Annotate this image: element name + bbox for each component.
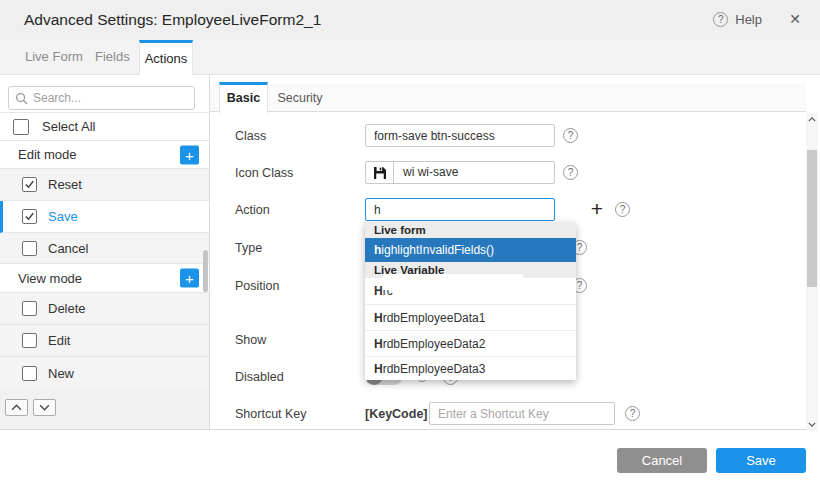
action-label: Action — [235, 198, 270, 222]
action-list: Select All Edit mode Reset Save — [0, 112, 209, 390]
action-row-cancel[interactable]: Cancel — [0, 233, 209, 264]
dropdown-item[interactable]: HrdbEmployeeData3 — [365, 356, 576, 380]
disabled-label: Disabled — [235, 365, 284, 389]
cancel-button[interactable]: Cancel — [617, 448, 707, 473]
position-label: Position — [235, 274, 279, 298]
action-autocomplete-dropdown: Live form highlightInvalidFields() Live … — [365, 222, 576, 380]
action-row-reset[interactable]: Reset — [0, 169, 209, 201]
select-all-row[interactable]: Select All — [0, 113, 209, 141]
footer-divider — [0, 429, 806, 430]
action-row-new[interactable]: New — [0, 357, 209, 390]
help-icon — [713, 12, 728, 27]
move-up-button[interactable] — [5, 399, 28, 416]
show-label: Show — [235, 328, 266, 352]
class-help-icon[interactable] — [563, 128, 578, 143]
help-label: Help — [735, 12, 762, 27]
group-label: Edit mode — [18, 147, 77, 162]
search-icon — [15, 92, 28, 105]
scroll-up-icon[interactable] — [806, 113, 818, 126]
overlapping-field-patch — [383, 274, 523, 290]
help-button[interactable]: Help — [713, 12, 762, 27]
action-row-edit[interactable]: Edit — [0, 325, 209, 357]
icon-class-help-icon[interactable] — [563, 165, 578, 180]
action-row-label: Save — [48, 209, 78, 224]
save-button[interactable]: Save — [716, 448, 806, 473]
action-row-delete[interactable]: Delete — [0, 293, 209, 325]
action-help-icon[interactable] — [615, 202, 630, 217]
reorder-controls — [0, 389, 209, 430]
scroll-down-icon[interactable] — [806, 418, 818, 431]
select-all-label: Select All — [42, 119, 95, 134]
scrollbar-thumb[interactable] — [807, 150, 817, 287]
add-action-icon[interactable] — [588, 197, 606, 221]
actions-sidebar: Select All Edit mode Reset Save — [0, 75, 210, 430]
advanced-settings-dialog: Advanced Settings: EmployeeLiveForm2_1 H… — [0, 0, 820, 485]
dialog-title: Advanced Settings: EmployeeLiveForm2_1 — [24, 0, 321, 40]
nav-tab-strip: Live Form Fields Actions — [0, 40, 820, 75]
shortcut-help-icon[interactable] — [625, 406, 640, 421]
shortcut-key-input[interactable] — [429, 402, 615, 425]
tab-actions[interactable]: Actions — [139, 40, 193, 75]
select-all-checkbox[interactable] — [13, 119, 29, 135]
action-row-label: Cancel — [48, 241, 88, 256]
save-checkbox[interactable] — [22, 209, 37, 224]
group-header-edit-mode: Edit mode — [0, 141, 209, 169]
chevron-down-icon — [39, 404, 50, 411]
tab-live-form[interactable]: Live Form — [25, 40, 83, 74]
tab-security[interactable]: Security — [268, 84, 332, 112]
type-label: Type — [235, 236, 262, 260]
chevron-up-icon — [11, 404, 22, 411]
tab-fields[interactable]: Fields — [95, 40, 130, 74]
cancel-checkbox[interactable] — [22, 241, 37, 256]
main-scrollbar[interactable] — [806, 113, 818, 431]
floppy-save-icon — [366, 162, 394, 183]
tab-basic[interactable]: Basic — [219, 82, 268, 113]
icon-class-label: Icon Class — [235, 161, 293, 185]
group-header-view-mode: View mode — [0, 264, 209, 293]
action-row-label: Delete — [48, 301, 86, 316]
sidebar-scrollbar-thumb[interactable] — [203, 250, 208, 292]
action-row-label: Edit — [48, 333, 70, 348]
icon-class-value: wi wi-save — [394, 162, 554, 183]
new-checkbox[interactable] — [22, 366, 37, 381]
search-input[interactable] — [33, 91, 173, 105]
class-label: Class — [235, 124, 266, 148]
reset-checkbox[interactable] — [22, 177, 37, 192]
panel-tab-bar: Basic Security — [210, 84, 806, 112]
dropdown-group-header: Live form — [365, 222, 576, 238]
add-action-plus-icon[interactable] — [180, 145, 199, 164]
class-input[interactable] — [365, 124, 555, 147]
close-icon[interactable] — [786, 10, 804, 28]
action-row-label: Reset — [48, 177, 82, 192]
delete-checkbox[interactable] — [22, 301, 37, 316]
action-row-label: New — [48, 366, 74, 381]
add-action-plus-icon[interactable] — [180, 269, 199, 288]
dropdown-item-highlighted[interactable]: highlightInvalidFields() — [365, 238, 576, 262]
action-input[interactable] — [365, 198, 555, 221]
dropdown-item[interactable]: HrdbEmployeeData1 — [365, 304, 576, 330]
icon-class-input[interactable]: wi wi-save — [365, 161, 555, 184]
shortcut-key-label: Shortcut Key — [235, 402, 307, 426]
action-row-save[interactable]: Save — [0, 201, 209, 233]
title-bar: Advanced Settings: EmployeeLiveForm2_1 H… — [0, 0, 820, 40]
search-box[interactable] — [8, 86, 195, 110]
dropdown-item[interactable]: HrdbEmployeeData2 — [365, 330, 576, 356]
move-down-button[interactable] — [33, 399, 56, 416]
keycode-prefix: [KeyCode] + — [365, 402, 438, 426]
group-label: View mode — [18, 271, 82, 286]
edit-checkbox[interactable] — [22, 333, 37, 348]
